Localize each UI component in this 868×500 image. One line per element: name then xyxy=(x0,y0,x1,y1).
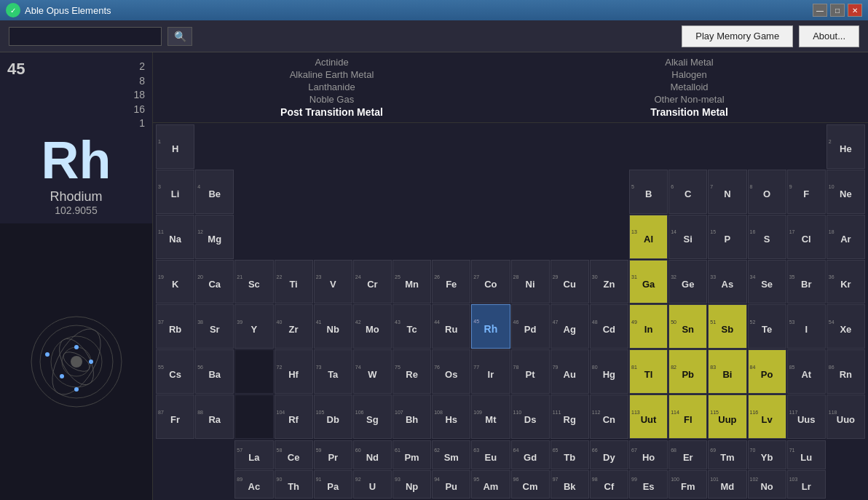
element-cell-mn[interactable]: 25Mn xyxy=(392,260,431,304)
element-cell-al[interactable]: 13Al xyxy=(629,215,668,259)
element-cell-bi[interactable]: 83Bi xyxy=(708,349,746,394)
element-cell-tc[interactable]: 43Tc xyxy=(392,304,431,349)
element-cell-gd[interactable]: 64Gd xyxy=(511,440,550,469)
element-cell-i[interactable]: 53I xyxy=(787,304,826,349)
element-cell-br[interactable]: 35Br xyxy=(787,260,826,304)
minimize-button[interactable]: — xyxy=(813,4,827,17)
element-cell-cl[interactable]: 17Cl xyxy=(787,215,826,259)
element-cell-at[interactable]: 85At xyxy=(787,349,826,394)
element-cell-ce[interactable]: 58Ce xyxy=(275,440,313,469)
element-cell-n[interactable]: 7N xyxy=(708,170,746,214)
element-cell-ti[interactable]: 22Ti xyxy=(275,260,313,304)
element-cell-yb[interactable]: 70Yb xyxy=(748,440,786,469)
element-cell-ho[interactable]: 67Ho xyxy=(629,440,668,469)
element-cell-bk[interactable]: 97Bk xyxy=(551,470,589,499)
element-cell-ds[interactable]: 110Ds xyxy=(511,394,550,439)
element-cell-f[interactable]: 9F xyxy=(787,170,826,214)
element-cell-nb[interactable]: 41Nb xyxy=(314,304,352,349)
element-cell-pa[interactable]: 91Pa xyxy=(314,470,352,499)
element-cell-se[interactable]: 34Se xyxy=(748,260,786,304)
element-cell-cn[interactable]: 112Cn xyxy=(590,394,628,439)
element-cell-c[interactable]: 6C xyxy=(668,170,707,214)
element-cell-cr[interactable]: 24Cr xyxy=(353,260,392,304)
play-memory-game-button[interactable]: Play Memory Game xyxy=(682,25,793,47)
element-cell-fe[interactable]: 26Fe xyxy=(432,260,470,304)
element-cell-la[interactable]: 57La xyxy=(234,440,273,469)
element-cell-v[interactable]: 23V xyxy=(314,260,352,304)
element-cell-lu[interactable]: 71Lu xyxy=(787,440,826,469)
element-cell-pu[interactable]: 94Pu xyxy=(432,470,470,499)
element-cell-cd[interactable]: 48Cd xyxy=(590,304,628,349)
element-cell-am[interactable]: 95Am xyxy=(471,470,510,499)
element-cell-ba[interactable]: 56Ba xyxy=(195,349,234,394)
element-cell-pr[interactable]: 59Pr xyxy=(314,440,352,469)
element-cell-ag[interactable]: 47Ag xyxy=(551,304,589,349)
element-cell-db[interactable]: 105Db xyxy=(314,394,352,439)
element-cell-lr[interactable]: 103Lr xyxy=(787,470,826,499)
close-button[interactable]: ✕ xyxy=(848,4,862,17)
element-cell-ni[interactable]: 28Ni xyxy=(511,260,550,304)
element-cell-er[interactable]: 68Er xyxy=(668,440,707,469)
element-cell-b[interactable]: 5B xyxy=(629,170,668,214)
element-cell-kr[interactable]: 36Kr xyxy=(826,260,865,304)
element-cell-ca[interactable]: 20Ca xyxy=(195,260,234,304)
element-cell-he[interactable]: 2He xyxy=(826,124,865,169)
element-cell-sm[interactable]: 62Sm xyxy=(432,440,470,469)
element-cell-w[interactable]: 74W xyxy=(353,349,392,394)
element-cell-hs[interactable]: 108Hs xyxy=(432,394,470,439)
element-cell-ne[interactable]: 10Ne xyxy=(826,170,865,214)
element-cell-mo[interactable]: 42Mo xyxy=(353,304,392,349)
element-cell-re[interactable]: 75Re xyxy=(392,349,431,394)
element-cell-lv[interactable]: 116Lv xyxy=(748,394,786,439)
element-cell-ra[interactable]: 88Ra xyxy=(195,394,234,439)
element-cell-y[interactable]: 39Y xyxy=(234,304,273,349)
element-cell-ar[interactable]: 18Ar xyxy=(826,215,865,259)
element-cell-zr[interactable]: 40Zr xyxy=(275,304,313,349)
element-cell-rh[interactable]: 45Rh xyxy=(471,304,510,349)
element-cell-cu[interactable]: 29Cu xyxy=(551,260,589,304)
element-cell-pm[interactable]: 61Pm xyxy=(392,440,431,469)
element-cell-no[interactable]: 102No xyxy=(748,470,786,499)
element-cell-es[interactable]: 99Es xyxy=(629,470,668,499)
element-cell-md[interactable]: 101Md xyxy=(708,470,746,499)
element-cell-pt[interactable]: 78Pt xyxy=(511,349,550,394)
element-cell-sg[interactable]: 106Sg xyxy=(353,394,392,439)
element-cell-ru[interactable]: 44Ru xyxy=(432,304,470,349)
element-cell-rg[interactable]: 111Rg xyxy=(551,394,589,439)
element-cell-rb[interactable]: 37Rb xyxy=(156,304,194,349)
element-cell-fr[interactable]: 87Fr xyxy=(156,394,194,439)
element-cell-hf[interactable]: 72Hf xyxy=(275,349,313,394)
element-cell-h[interactable]: 1H xyxy=(156,124,194,169)
element-cell-th[interactable]: 90Th xyxy=(275,470,313,499)
element-cell-ga[interactable]: 31Ga xyxy=(629,260,668,304)
element-cell-uup[interactable]: 115Uup xyxy=(708,394,746,439)
element-cell-hg[interactable]: 80Hg xyxy=(590,349,628,394)
element-cell-as[interactable]: 33As xyxy=(708,260,746,304)
element-cell-os[interactable]: 76Os xyxy=(432,349,470,394)
element-cell-po[interactable]: 84Po xyxy=(748,349,786,394)
element-cell-p[interactable]: 15P xyxy=(708,215,746,259)
element-cell-k[interactable]: 19K xyxy=(156,260,194,304)
element-cell-mg[interactable]: 12Mg xyxy=(195,215,234,259)
element-cell-ge[interactable]: 32Ge xyxy=(668,260,707,304)
element-cell-s[interactable]: 16S xyxy=(748,215,786,259)
element-cell-sb[interactable]: 51Sb xyxy=(708,304,746,349)
element-cell-te[interactable]: 52Te xyxy=(748,304,786,349)
element-cell-cs[interactable]: 55Cs xyxy=(156,349,194,394)
element-cell-nd[interactable]: 60Nd xyxy=(353,440,392,469)
about-button[interactable]: About... xyxy=(799,25,859,47)
element-cell-zn[interactable]: 30Zn xyxy=(590,260,628,304)
element-cell-tl[interactable]: 81Tl xyxy=(629,349,668,394)
element-cell-eu[interactable]: 63Eu xyxy=(471,440,510,469)
element-cell-u[interactable]: 92U xyxy=(353,470,392,499)
element-cell-o[interactable]: 8O xyxy=(748,170,786,214)
element-cell-sc[interactable]: 21Sc xyxy=(234,260,273,304)
search-input[interactable] xyxy=(9,27,162,46)
element-cell-mt[interactable]: 109Mt xyxy=(471,394,510,439)
element-cell-xe[interactable]: 54Xe xyxy=(826,304,865,349)
element-cell-cm[interactable]: 96Cm xyxy=(511,470,550,499)
element-cell-np[interactable]: 93Np xyxy=(392,470,431,499)
element-cell-fl[interactable]: 114Fl xyxy=(668,394,707,439)
element-cell-sr[interactable]: 38Sr xyxy=(195,304,234,349)
element-cell-uus[interactable]: 117Uus xyxy=(787,394,826,439)
